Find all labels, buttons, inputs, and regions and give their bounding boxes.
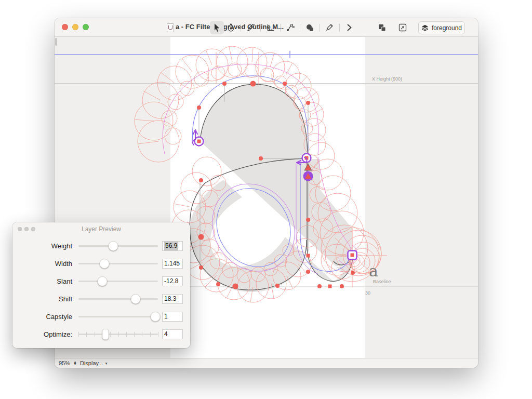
- slider-row-width: Width 1.145: [20, 255, 183, 272]
- optimize-slider[interactable]: [78, 329, 158, 339]
- display-menu[interactable]: Display...: [80, 360, 103, 366]
- slider-row-slant: Slant -12.8: [20, 272, 183, 290]
- scroll-nub[interactable]: [55, 38, 57, 46]
- panel-close-button[interactable]: [18, 227, 22, 231]
- foreground-layer-button[interactable]: foreground: [418, 21, 465, 34]
- slider-track[interactable]: [78, 281, 158, 282]
- slider-thumb[interactable]: [97, 276, 107, 286]
- x-height-label: X Height (500): [372, 76, 402, 82]
- slider-label: Optimize:: [20, 330, 72, 338]
- measure-tool[interactable]: [263, 21, 277, 34]
- zoom-button[interactable]: [83, 24, 89, 30]
- toolbar-separator: [280, 24, 281, 32]
- slider-track[interactable]: [78, 263, 158, 264]
- annotate-pencil-icon: [326, 24, 334, 31]
- toolbar-separator: [260, 24, 261, 32]
- slider-row-capstyle: Capstyle 1: [20, 308, 183, 325]
- toolbar-separator: [300, 24, 300, 32]
- annotate-tool[interactable]: [323, 21, 337, 34]
- capstyle-value-field[interactable]: 1: [162, 312, 183, 322]
- slider-row-weight: Weight 56.9: [20, 237, 183, 255]
- statusbar: 95% ▲▼ Display... ▾: [55, 358, 478, 368]
- slider-label: Width: [20, 260, 72, 268]
- slider-label: Slant: [20, 277, 72, 285]
- optimize-value-field[interactable]: 4: [162, 329, 183, 339]
- close-button[interactable]: [62, 24, 68, 30]
- document-icon: [167, 23, 174, 32]
- toolbar-separator: [339, 24, 340, 32]
- traffic-lights: [62, 24, 89, 30]
- shift-value-field[interactable]: 18.3: [162, 294, 183, 304]
- slider-label: Shift: [20, 295, 72, 303]
- draw-pen-tool[interactable]: [224, 21, 238, 34]
- slider-track[interactable]: [78, 316, 158, 317]
- weight-slider[interactable]: [78, 241, 158, 251]
- sidebearing-label: 30: [365, 290, 370, 296]
- slider-rows: Weight 56.9 Width 1.145 Slant -12.8: [12, 236, 190, 343]
- select-tool[interactable]: [210, 21, 224, 34]
- slider-thumb[interactable]: [151, 312, 161, 322]
- layer-preview-panel[interactable]: Layer Preview Weight 56.9 Width 1.145 Sl…: [12, 222, 190, 348]
- shift-slider[interactable]: [78, 294, 158, 304]
- ruler-corner-icon: [267, 24, 275, 32]
- panel-titlebar[interactable]: Layer Preview: [12, 222, 190, 236]
- selected-anchor[interactable]: [303, 171, 313, 181]
- panel-title: Layer Preview: [12, 222, 190, 236]
- pencil-tool[interactable]: [244, 21, 258, 34]
- overlap-toggle[interactable]: [378, 21, 387, 34]
- panel-traffic-lights: [18, 227, 35, 231]
- shapes-tool[interactable]: [303, 21, 317, 34]
- chevron-down-icon: ▾: [105, 361, 107, 366]
- layers-icon: [421, 24, 429, 31]
- weight-value-field[interactable]: 56.9: [162, 241, 183, 251]
- toolbar-separator: [320, 24, 320, 32]
- width-value-field[interactable]: 1.145: [162, 259, 183, 269]
- foreground-label: foreground: [432, 24, 462, 32]
- slider-thumb[interactable]: [100, 259, 110, 269]
- width-slider[interactable]: [78, 258, 158, 269]
- slider-label: Weight: [20, 242, 72, 250]
- slider-thumb[interactable]: [109, 241, 118, 251]
- slant-value-field[interactable]: -12.8: [162, 276, 183, 286]
- glyph-preview-letter: a: [369, 262, 378, 280]
- slider-row-optimize: Optimize: 4: [20, 325, 183, 343]
- path-tool[interactable]: [283, 21, 297, 34]
- path-nodes-icon: [286, 23, 295, 32]
- zoom-stepper-icon[interactable]: ▲▼: [73, 361, 77, 365]
- pen-nib-icon: [228, 23, 234, 32]
- toolbar-separator: [241, 24, 241, 32]
- screen: { "window": { "title": "a - FC Filter En…: [0, 0, 532, 399]
- titlebar[interactable]: a - FC Filter Engraved Outline M...: [55, 18, 478, 37]
- slider-label: Capstyle: [20, 313, 72, 321]
- more-tools-chevron[interactable]: [342, 21, 356, 34]
- preview-panel-toggle[interactable]: [398, 21, 407, 34]
- panel-zoom-button[interactable]: [31, 227, 35, 231]
- slider-thumb[interactable]: [102, 329, 109, 340]
- zoom-level[interactable]: 95%: [59, 360, 70, 366]
- shapes-icon: [306, 24, 314, 32]
- pencil-icon: [247, 23, 255, 32]
- panel-minimize-button[interactable]: [24, 227, 29, 231]
- tool-strip: [210, 21, 356, 34]
- minimize-button[interactable]: [72, 24, 78, 30]
- slider-track[interactable]: [78, 298, 158, 300]
- slider-thumb[interactable]: [131, 294, 141, 304]
- selected-node-terminal[interactable]: [348, 251, 357, 260]
- slider-ticks: [78, 332, 158, 337]
- slant-slider[interactable]: [78, 276, 158, 286]
- cursor-icon: [213, 23, 221, 32]
- panel-arrow-icon: [398, 23, 407, 32]
- capstyle-slider[interactable]: [78, 311, 158, 322]
- slider-row-shift: Shift 18.3: [20, 290, 183, 308]
- overlap-squares-icon: [378, 23, 387, 32]
- chevron-right-icon: [347, 24, 352, 31]
